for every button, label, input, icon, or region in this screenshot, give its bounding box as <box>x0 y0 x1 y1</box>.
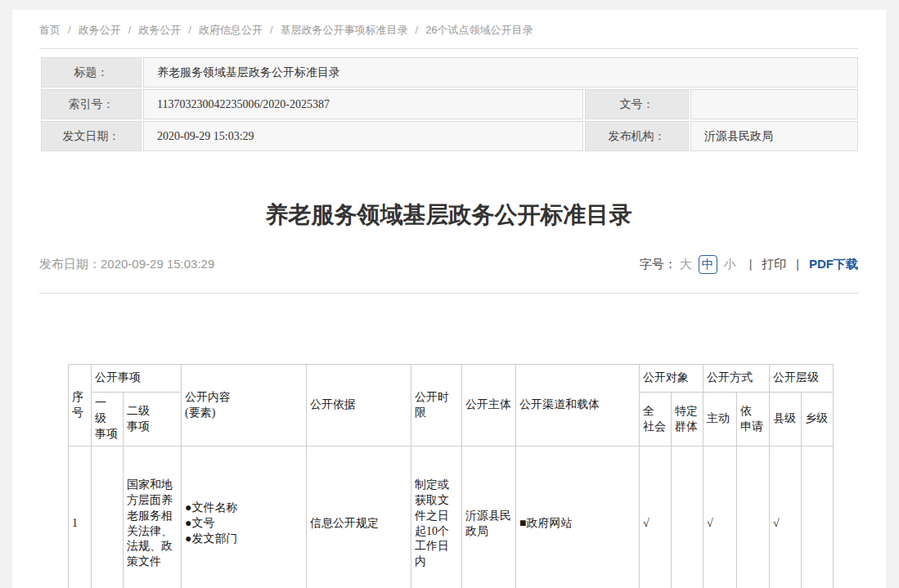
cell-target-all: √ <box>640 447 672 588</box>
meta-org-label: 发布机构： <box>585 121 689 151</box>
table-row: 1 国家和地方层面养老服务相关法律、法规、政策文件 ●文件名称 ●文号 ●发文部… <box>69 447 834 588</box>
header-township: 乡级 <box>802 393 834 447</box>
header-target: 公开对象 <box>640 365 703 393</box>
meta-title-label: 标题： <box>41 57 142 88</box>
header-target-specific: 特定 群体 <box>672 393 703 447</box>
font-size-tools: 字号： 大 中 小 | 打印 | PDF下载 <box>640 255 858 274</box>
breadcrumb-home[interactable]: 首页 <box>39 24 61 36</box>
cell-time-limit: 制定或获取文件之日起10个工作日内 <box>411 447 462 588</box>
toolbar-separator: | <box>749 258 753 271</box>
breadcrumb-separator: / <box>68 24 71 36</box>
header-basis: 公开依据 <box>307 365 411 447</box>
cell-level1 <box>92 447 124 588</box>
breadcrumb-divider <box>39 48 858 49</box>
header-content: 公开内容 (要素) <box>182 365 307 447</box>
disclosure-standards-table: 序 号 公开事项 公开内容 (要素) 公开依据 公开时 限 公开主体 公开渠道和… <box>68 364 834 588</box>
header-level: 公开层级 <box>770 365 834 393</box>
meta-docnum-label: 文号： <box>585 89 689 119</box>
meta-row-title: 标题： 养老服务领域基层政务公开标准目录 <box>41 57 858 88</box>
article-toolbar: 发布日期：2020-09-29 15:03:29 字号： 大 中 小 | 打印 … <box>39 254 858 274</box>
breadcrumb-item-1[interactable]: 政务公开 <box>79 24 121 36</box>
meta-title-value: 养老服务领域基层政务公开标准目录 <box>143 57 858 88</box>
cell-county: √ <box>770 447 802 588</box>
meta-date-value: 2020-09-29 15:03:29 <box>143 121 583 151</box>
breadcrumb-item-3[interactable]: 政府信息公开 <box>199 24 263 36</box>
font-small-button[interactable]: 小 <box>724 257 736 272</box>
meta-org-value: 沂源县民政局 <box>690 121 858 151</box>
font-large-button[interactable]: 大 <box>680 257 692 272</box>
cell-seq: 1 <box>69 447 92 588</box>
meta-index-label: 索引号： <box>41 89 142 119</box>
cell-content: ●文件名称 ●文号 ●发文部门 <box>182 447 307 588</box>
cell-level2: 国家和地方层面养老服务相关法律、法规、政策文件 <box>124 447 182 588</box>
cell-target-specific <box>672 447 703 588</box>
content-area: 首页/政务公开/政务公开/政府信息公开/基层政务公开事项标准目录/26个试点领域… <box>12 10 886 588</box>
header-target-all: 全 社会 <box>640 393 672 447</box>
header-level2: 二级 事项 <box>124 393 182 447</box>
document-meta-table: 标题： 养老服务领域基层政务公开标准目录 索引号： 11370323004223… <box>39 56 860 153</box>
font-medium-button[interactable]: 中 <box>699 255 717 274</box>
breadcrumb-item-4[interactable]: 基层政务公开事项标准目录 <box>281 24 408 36</box>
cell-method-request <box>737 447 770 588</box>
breadcrumb-separator: / <box>188 24 191 36</box>
cell-township <box>802 447 834 588</box>
cell-method-active: √ <box>703 447 737 588</box>
header-time-limit: 公开时 限 <box>411 365 462 447</box>
meta-date-label: 发文日期： <box>41 121 142 151</box>
page-title: 养老服务领域基层政务公开标准目录 <box>39 200 858 230</box>
meta-index-value: 113703230042235006/2020-2025387 <box>143 89 583 119</box>
breadcrumb-separator: / <box>128 24 132 36</box>
font-size-label: 字号： <box>640 257 676 272</box>
header-method-active: 主动 <box>703 393 737 447</box>
toolbar-separator: | <box>796 258 799 271</box>
header-channel: 公开渠道和载体 <box>516 365 640 447</box>
table-header-row-1: 序 号 公开事项 公开内容 (要素) 公开依据 公开时 限 公开主体 公开渠道和… <box>69 365 834 393</box>
meta-row-index: 索引号： 113703230042235006/2020-2025387 文号： <box>41 89 858 119</box>
header-method-request: 依 申请 <box>737 393 770 447</box>
cell-subject: 沂源县民政局 <box>462 447 516 588</box>
breadcrumb-item-2[interactable]: 政务公开 <box>138 24 181 36</box>
cell-channel: ■政府网站 <box>516 447 640 588</box>
publish-date: 发布日期：2020-09-29 15:03:29 <box>39 257 214 272</box>
header-county: 县级 <box>770 393 802 447</box>
header-subject: 公开主体 <box>462 365 516 447</box>
meta-row-date: 发文日期： 2020-09-29 15:03:29 发布机构： 沂源县民政局 <box>41 121 858 151</box>
pdf-download-link[interactable]: PDF下载 <box>809 257 858 272</box>
publish-date-value: 2020-09-29 15:03:29 <box>101 257 214 271</box>
content-card: 首页/政务公开/政务公开/政府信息公开/基层政务公开事项标准目录/26个试点领域… <box>12 10 886 588</box>
header-method: 公开方式 <box>703 365 770 393</box>
header-level1: 一 级 事项 <box>92 393 124 447</box>
article-divider <box>39 293 858 294</box>
cell-basis: 信息公开规定 <box>307 447 411 588</box>
publish-date-label: 发布日期： <box>39 257 101 271</box>
breadcrumb: 首页/政务公开/政务公开/政府信息公开/基层政务公开事项标准目录/26个试点领域… <box>39 10 858 38</box>
breadcrumb-separator: / <box>416 24 419 36</box>
breadcrumb-separator: / <box>270 24 273 36</box>
breadcrumb-item-5[interactable]: 26个试点领域公开目录 <box>425 24 533 36</box>
meta-docnum-value <box>690 89 858 119</box>
header-open-items: 公开事项 <box>92 365 182 393</box>
print-button[interactable]: 打印 <box>762 257 786 272</box>
header-seq: 序 号 <box>69 365 92 447</box>
